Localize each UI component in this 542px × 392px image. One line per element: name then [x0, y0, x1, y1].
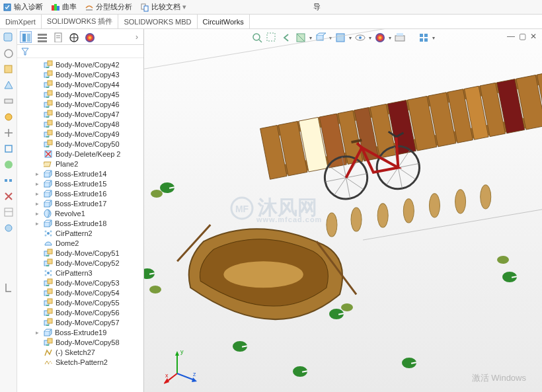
rail-icon[interactable] — [3, 190, 15, 202]
tree-item[interactable]: Body-Move/Copy48 — [17, 119, 143, 129]
tab-solidworks-addins[interactable]: SOLIDWORKS 插件 — [42, 15, 119, 28]
tree-item[interactable]: Body-Move/Copy57 — [17, 317, 143, 327]
svg-point-123 — [403, 199, 414, 223]
tree-tab-property-icon[interactable] — [36, 31, 48, 43]
svg-point-13 — [5, 161, 13, 169]
svg-rect-10 — [5, 99, 13, 103]
svg-rect-12 — [5, 145, 12, 152]
tree-item[interactable]: Body-Move/Copy46 — [17, 99, 143, 109]
tree-tab-config-icon[interactable] — [52, 31, 63, 43]
feature-tree[interactable]: Body-Move/Copy42Body-Move/Copy43Body-Mov… — [17, 58, 143, 392]
tree-filter[interactable] — [17, 45, 143, 58]
svg-point-122 — [377, 204, 388, 227]
tree-item[interactable]: Boss-Extrude18 — [17, 218, 143, 228]
tree-tab-feature-icon[interactable] — [20, 31, 32, 43]
tab-solidworks-mbd[interactable]: SOLIDWORKS MBD — [118, 15, 197, 28]
tree-item[interactable]: Revolve1 — [17, 208, 143, 218]
tree-item[interactable]: Body-Move/Copy58 — [17, 337, 143, 347]
tree-item[interactable]: Plane2 — [17, 159, 143, 169]
feature-icon — [44, 130, 53, 139]
lily-pad — [502, 272, 517, 282]
feature-icon — [44, 348, 53, 357]
tree-item[interactable]: Body-Move/Copy45 — [17, 89, 143, 99]
tab-circuitworks[interactable]: CircuitWorks — [198, 15, 250, 28]
tool-compare-docs[interactable]: 比较文档▾ — [140, 2, 186, 12]
rail-icon[interactable] — [3, 111, 15, 123]
viewport[interactable]: ▾ ▾ ▾ ▾ ▾ ▾ — ▢ ✕ — [144, 29, 542, 392]
tree-tab-dim-icon[interactable] — [67, 31, 79, 43]
rail-icon[interactable] — [3, 222, 15, 234]
rail-icon[interactable] — [3, 48, 15, 59]
svg-point-60 — [45, 230, 47, 232]
rail-icon[interactable] — [3, 79, 15, 91]
svg-point-125 — [455, 190, 466, 214]
rail-icon[interactable] — [3, 95, 15, 107]
rail-icon[interactable] — [3, 63, 15, 75]
svg-rect-54 — [44, 182, 50, 187]
tree-item[interactable]: Body-Move/Copy44 — [17, 79, 143, 89]
tree-item-label: Body-Move/Copy43 — [56, 71, 120, 79]
tree-item-label: Body-Move/Copy49 — [56, 130, 120, 138]
tree-item[interactable]: Boss-Extrude17 — [17, 198, 143, 208]
rail-icon[interactable] — [3, 127, 15, 139]
tool-curvature[interactable]: 曲率 — [51, 2, 77, 12]
feature-icon — [43, 169, 52, 178]
tool-guide[interactable]: 导 — [313, 2, 321, 12]
rail-icon[interactable] — [3, 143, 15, 155]
tree-item[interactable]: Body-Move/Copy43 — [17, 69, 143, 79]
tree-item[interactable]: Boss-Extrude19 — [17, 327, 143, 337]
svg-rect-18 — [5, 225, 12, 231]
tree-item[interactable]: Body-Move/Copy55 — [17, 297, 143, 307]
svg-marker-153 — [192, 377, 197, 382]
rail-icon[interactable] — [3, 175, 15, 186]
tree-item[interactable]: Body-Move/Copy53 — [17, 278, 143, 288]
svg-rect-80 — [48, 309, 52, 313]
rail-icon[interactable] — [3, 206, 15, 218]
rail-icon[interactable] — [3, 159, 15, 171]
tree-item[interactable]: Body-Move/Copy47 — [17, 109, 143, 119]
tab-dimxpert[interactable]: DimXpert — [0, 15, 42, 28]
svg-rect-67 — [48, 259, 52, 264]
svg-rect-82 — [48, 319, 52, 323]
tree-tab-appear-icon[interactable] — [83, 31, 95, 43]
funnel-icon — [21, 48, 29, 56]
tree-item[interactable]: Body-Move/Copy54 — [17, 288, 143, 297]
tree-item-label: Boss-Extrude19 — [55, 329, 106, 336]
tree-item[interactable]: Body-Move/Copy49 — [17, 129, 143, 139]
tree-item[interactable]: Sketch-Pattern2 — [17, 357, 143, 367]
svg-rect-58 — [44, 222, 50, 227]
tree-item-label: Body-Move/Copy56 — [56, 309, 120, 317]
tree-item-label: Body-Move/Copy58 — [56, 338, 120, 346]
tree-item[interactable]: Body-Move/Copy52 — [17, 258, 143, 268]
feature-icon — [43, 189, 52, 198]
tree-item[interactable]: Body-Delete/Keep 2 — [17, 149, 143, 159]
svg-point-62 — [45, 234, 47, 236]
tree-item-label: Body-Move/Copy44 — [56, 81, 120, 89]
tree-item[interactable]: Body-Move/Copy51 — [17, 248, 143, 258]
tree-item-label: Sketch-Pattern2 — [56, 358, 108, 366]
rail-icon[interactable] — [3, 282, 15, 294]
tool-input-diag[interactable]: 输入诊断 — [3, 2, 43, 12]
tree-item[interactable]: Boss-Extrude15 — [17, 178, 143, 188]
svg-rect-46 — [48, 130, 52, 135]
tree-item-label: Body-Move/Copy54 — [56, 289, 120, 297]
tree-item[interactable]: Boss-Extrude16 — [17, 188, 143, 198]
tree-item[interactable]: CirPattern2 — [17, 228, 143, 238]
tree-item[interactable]: Body-Move/Copy50 — [17, 139, 143, 149]
svg-rect-55 — [44, 192, 50, 197]
tree-item[interactable]: Boss-Extrude14 — [17, 169, 143, 178]
view-triad[interactable]: y x z — [164, 346, 204, 385]
rail-icon[interactable] — [3, 32, 15, 44]
command-tab-bar: DimXpert SOLIDWORKS 插件 SOLIDWORKS MBD Ci… — [0, 15, 542, 29]
tree-tabs-overflow[interactable]: › — [133, 32, 141, 42]
tree-item-label: Body-Move/Copy45 — [56, 91, 120, 98]
svg-rect-6 — [144, 6, 148, 11]
tree-item[interactable]: Body-Move/Copy42 — [17, 59, 143, 69]
tree-item[interactable]: Body-Move/Copy56 — [17, 307, 143, 317]
tool-parting-analysis[interactable]: 分型线分析 — [85, 2, 132, 12]
lily-pad — [233, 341, 247, 352]
feature-tree-panel: › Body-Move/Copy42Body-Move/Copy43Body-M… — [17, 29, 144, 392]
tree-item[interactable]: CirPattern3 — [17, 268, 143, 278]
tree-item[interactable]: Dome2 — [17, 238, 143, 248]
tree-item[interactable]: (-) Sketch27 — [17, 347, 143, 357]
